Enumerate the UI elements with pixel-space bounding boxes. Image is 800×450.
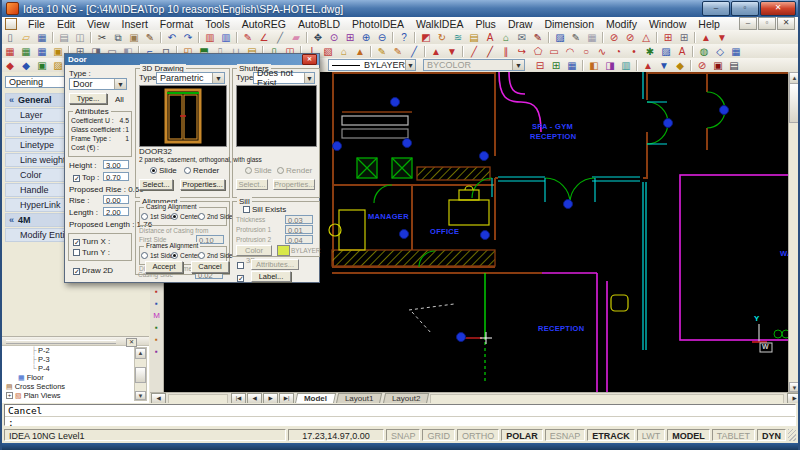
toggle-esnap[interactable]: ESNAP [545, 429, 586, 441]
label-checkbox[interactable] [237, 275, 244, 282]
top-field[interactable]: 0.70 [103, 172, 129, 181]
slide-radio[interactable] [150, 167, 157, 174]
toggle-lwt[interactable]: LWT [637, 429, 665, 441]
mini-purple-icon[interactable]: ▪ [151, 346, 163, 358]
grid-icon[interactable]: ▦ [584, 31, 600, 44]
toggle-polar[interactable]: POLAR [501, 429, 543, 441]
pen-gold-icon[interactable]: ✎ [374, 45, 390, 58]
tree-scrollbar[interactable]: ▲ ▼ [134, 347, 147, 401]
toggle-model[interactable]: MODEL [667, 429, 710, 441]
mini-red-icon[interactable]: ▪ [151, 286, 163, 298]
up2-icon[interactable]: ▲ [640, 59, 656, 72]
grid-green-icon[interactable]: ▦ [18, 45, 34, 58]
mini-orange-icon[interactable]: ▪ [151, 334, 163, 346]
table-red-icon[interactable]: ⊞ [660, 31, 676, 44]
plus-grid-icon[interactable]: ⊞ [548, 59, 564, 72]
menu-photoidea[interactable]: PhotoIDEA [346, 18, 410, 30]
polyline-icon[interactable]: ↪ [514, 45, 530, 58]
menu-tools[interactable]: Tools [199, 18, 236, 30]
angle-icon[interactable]: ∠ [256, 31, 272, 44]
format-painter-icon[interactable]: ✎ [142, 31, 158, 44]
close-icon[interactable]: ✕ [302, 54, 317, 65]
print-preview-icon[interactable]: ◫ [72, 31, 88, 44]
frames-center-radio[interactable] [171, 252, 178, 259]
menu-format[interactable]: Format [154, 18, 199, 30]
level-down-icon[interactable]: ▼ [444, 45, 460, 58]
frames-2nd-radio[interactable] [198, 252, 205, 259]
redo-icon[interactable]: ↷ [180, 31, 196, 44]
menu-modify[interactable]: Modify [600, 18, 643, 30]
menu-autobld[interactable]: AutoBLD [292, 18, 346, 30]
mdi-minimize-button[interactable]: – [739, 17, 757, 30]
xline-icon[interactable]: ╱ [482, 45, 498, 58]
block-icon[interactable]: ⌂ [498, 31, 514, 44]
draw-2d-checkbox[interactable] [73, 268, 80, 275]
minus-grid-icon[interactable]: ⊟ [532, 59, 548, 72]
tree-item-p-4[interactable]: └P-4 [2, 364, 149, 373]
half3-icon[interactable]: ◧ [586, 59, 602, 72]
tree-item-p-2[interactable]: ├P-2 [2, 346, 149, 355]
mini-blue-icon[interactable]: ▪ [151, 298, 163, 310]
save-icon[interactable]: ▦ [34, 31, 50, 44]
spline-icon[interactable]: ∿ [594, 45, 610, 58]
ban3-icon[interactable]: ⊘ [694, 59, 710, 72]
cut-icon[interactable]: ✂ [94, 31, 110, 44]
draft-icon[interactable]: ✎ [568, 31, 584, 44]
layer-green-icon[interactable]: ▣ [34, 59, 50, 72]
house-icon[interactable]: ⌂ [336, 45, 352, 58]
collapse-icon[interactable]: « [9, 95, 14, 105]
layers-icon[interactable]: ≋ [450, 31, 466, 44]
length-field[interactable]: 2.00 [103, 207, 129, 216]
table-gray-icon[interactable]: ⊞ [676, 31, 692, 44]
pencil-red-icon[interactable]: ✎ [240, 31, 256, 44]
rise-field[interactable]: 0.00 [103, 195, 129, 204]
label-button[interactable]: Label... [251, 271, 291, 282]
menu-dimension[interactable]: Dimension [538, 18, 600, 30]
attributes-checkbox[interactable] [237, 262, 244, 269]
chip-icon[interactable]: ▣ [710, 59, 726, 72]
copy-icon[interactable]: ⧉ [110, 31, 126, 44]
open-icon[interactable]: ▱ [18, 31, 34, 44]
hatch-icon[interactable]: ▨ [552, 31, 568, 44]
eraser-icon[interactable]: ▰ [288, 31, 304, 44]
sill-exists-checkbox[interactable] [243, 206, 250, 213]
door-type-combo[interactable]: Door▼ [69, 78, 127, 90]
menu-view[interactable]: View [81, 18, 116, 30]
top-checkbox[interactable] [73, 175, 80, 182]
canvas-horizontal-scrollbar[interactable] [430, 394, 784, 404]
pan-icon[interactable]: ✥ [310, 31, 326, 44]
select-button[interactable]: Select... [139, 179, 173, 190]
mini-m-icon[interactable]: M [151, 310, 163, 322]
ellipse-icon[interactable]: ◔ [610, 45, 626, 58]
stairs-icon[interactable]: ▤ [466, 31, 482, 44]
no-entry-1-icon[interactable]: ⊘ [606, 31, 622, 44]
menu-edit[interactable]: Edit [51, 18, 81, 30]
text2-icon[interactable]: A [674, 45, 690, 58]
zoom-window-icon[interactable]: ⊞ [342, 31, 358, 44]
menu-insert[interactable]: Insert [116, 18, 154, 30]
text-icon[interactable]: A [482, 31, 498, 44]
half4-icon[interactable]: ◨ [602, 59, 618, 72]
triangle-icon[interactable]: △ [638, 31, 654, 44]
mdi-restore-button[interactable]: ▫ [758, 17, 776, 30]
menu-walkidea[interactable]: WalkIDEA [410, 18, 469, 30]
zoom-out-icon[interactable]: ⊖ [374, 31, 390, 44]
ramp-icon[interactable]: ▲ [352, 45, 368, 58]
rectangle-icon[interactable]: ▭ [546, 45, 562, 58]
chevron-down-icon[interactable]: ▼ [212, 73, 224, 83]
print-icon[interactable]: ▤ [56, 31, 72, 44]
pen-orange-icon[interactable]: ✎ [390, 45, 406, 58]
casing-center-radio[interactable] [171, 213, 178, 220]
no-entry-2-icon[interactable]: ⊘ [622, 31, 638, 44]
menu-window[interactable]: Window [643, 18, 692, 30]
grid-blue-icon[interactable]: ▦ [34, 45, 50, 58]
menu-plus[interactable]: Plus [469, 18, 501, 30]
osnap-red-icon[interactable]: ◆ [2, 59, 18, 72]
chevron-down-icon[interactable]: ▼ [114, 79, 126, 89]
new-icon[interactable]: ▯ [2, 31, 18, 44]
hatch2-icon[interactable]: ▨ [658, 45, 674, 58]
mini-green-icon[interactable]: ▪ [151, 322, 163, 334]
zoom-realtime-icon[interactable]: ⊙ [326, 31, 342, 44]
scroll-thumb[interactable] [789, 83, 800, 123]
properties-button[interactable]: Properties... [180, 179, 225, 190]
